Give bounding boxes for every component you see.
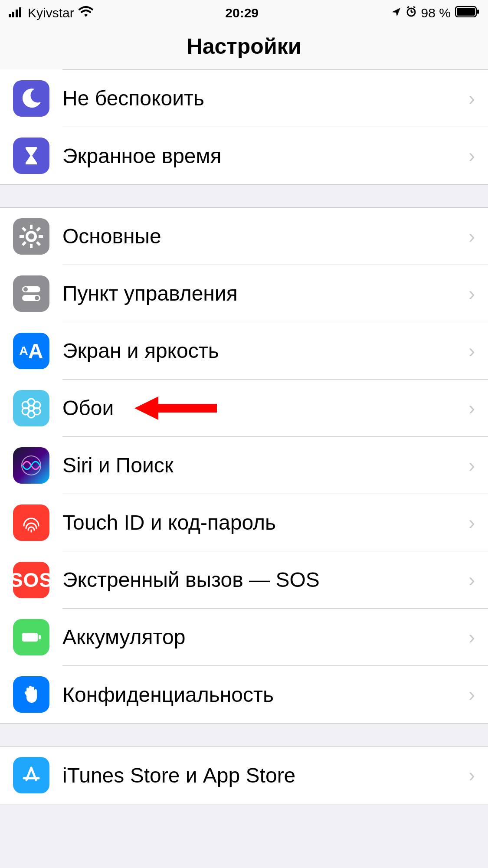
settings-group-2: Основные › Пункт управления › AA Экран и… — [0, 207, 488, 724]
row-screen-time[interactable]: Экранное время › — [0, 127, 488, 184]
row-label: Экстренный вызов — SOS — [62, 568, 468, 592]
row-siri-search[interactable]: Siri и Поиск › — [0, 437, 488, 494]
text-size-icon: AA — [13, 333, 49, 369]
svg-rect-11 — [477, 10, 479, 14]
svg-rect-0 — [9, 14, 11, 17]
svg-rect-36 — [39, 635, 41, 639]
flower-icon — [13, 390, 49, 426]
svg-line-17 — [23, 228, 26, 231]
row-touch-id[interactable]: Touch ID и код-пароль › — [0, 494, 488, 551]
chevron-right-icon: › — [468, 226, 475, 247]
row-label: iTunes Store и App Store — [62, 763, 468, 787]
row-label: Экранное время — [62, 144, 468, 168]
row-do-not-disturb[interactable]: Не беспокоить › — [0, 70, 488, 127]
battery-pct-label: 98 % — [421, 6, 451, 20]
svg-point-22 — [23, 287, 28, 292]
row-label: Аккумулятор — [62, 625, 468, 649]
sos-icon: SOS — [13, 562, 49, 598]
settings-group-3: iTunes Store и App Store › — [0, 746, 488, 804]
row-label: Не беспокоить — [62, 86, 468, 110]
row-label: Экран и яркость — [62, 339, 468, 363]
row-label: Обои — [62, 396, 468, 420]
app-store-icon — [13, 757, 49, 793]
chevron-right-icon: › — [468, 88, 475, 109]
svg-line-7 — [407, 7, 409, 8]
cellular-signal-icon — [9, 6, 23, 20]
svg-line-20 — [23, 242, 26, 245]
svg-point-24 — [35, 296, 39, 300]
settings-group-1: Не беспокоить › Экранное время › — [0, 69, 488, 185]
chevron-right-icon: › — [468, 626, 475, 648]
svg-rect-2 — [16, 10, 18, 17]
svg-rect-10 — [457, 8, 475, 16]
gear-icon — [13, 218, 49, 255]
hourglass-icon — [13, 138, 49, 174]
location-icon — [391, 6, 401, 20]
status-bar: Kyivstar 20:29 98 % — [0, 0, 488, 26]
page-title: Настройки — [0, 34, 488, 59]
svg-point-12 — [27, 232, 36, 241]
row-battery[interactable]: Аккумулятор › — [0, 609, 488, 666]
chevron-right-icon: › — [468, 340, 475, 362]
chevron-right-icon: › — [468, 455, 475, 476]
row-label: Конфиденциальность — [62, 683, 468, 707]
chevron-right-icon: › — [468, 512, 475, 534]
chevron-right-icon: › — [468, 764, 475, 786]
alarm-icon — [406, 6, 417, 20]
chevron-right-icon: › — [468, 684, 475, 705]
row-label: Touch ID и код-пароль — [62, 511, 468, 534]
row-itunes-app-store[interactable]: iTunes Store и App Store › — [0, 747, 488, 804]
hand-icon — [13, 676, 49, 713]
siri-icon — [13, 447, 49, 484]
row-label: Siri и Поиск — [62, 453, 468, 477]
row-privacy[interactable]: Конфиденциальность › — [0, 666, 488, 723]
svg-rect-1 — [12, 12, 14, 17]
battery-icon — [13, 619, 49, 655]
carrier-label: Kyivstar — [28, 6, 74, 20]
status-time: 20:29 — [225, 6, 259, 20]
svg-line-19 — [37, 228, 40, 231]
toggles-icon — [13, 275, 49, 312]
row-wallpaper[interactable]: Обои › — [0, 380, 488, 437]
row-emergency-sos[interactable]: SOS Экстренный вызов — SOS › — [0, 551, 488, 609]
sos-icon-text: SOS — [10, 568, 53, 592]
status-left: Kyivstar — [9, 6, 93, 20]
row-label: Основные — [62, 224, 468, 248]
row-general[interactable]: Основные › — [0, 208, 488, 265]
status-right: 98 % — [391, 6, 479, 20]
battery-icon — [455, 6, 479, 20]
row-display-brightness[interactable]: AA Экран и яркость › — [0, 322, 488, 380]
chevron-right-icon: › — [468, 283, 475, 305]
chevron-right-icon: › — [468, 569, 475, 591]
row-control-center[interactable]: Пункт управления › — [0, 265, 488, 322]
svg-rect-35 — [22, 633, 38, 642]
row-label: Пункт управления — [62, 282, 468, 305]
fingerprint-icon — [13, 504, 49, 541]
svg-rect-3 — [19, 7, 21, 17]
settings-header: Настройки — [0, 26, 488, 70]
svg-line-8 — [413, 7, 415, 8]
chevron-right-icon: › — [468, 145, 475, 167]
svg-line-18 — [37, 242, 40, 245]
moon-icon — [13, 80, 49, 117]
wifi-icon — [79, 6, 93, 20]
chevron-right-icon: › — [468, 397, 475, 419]
